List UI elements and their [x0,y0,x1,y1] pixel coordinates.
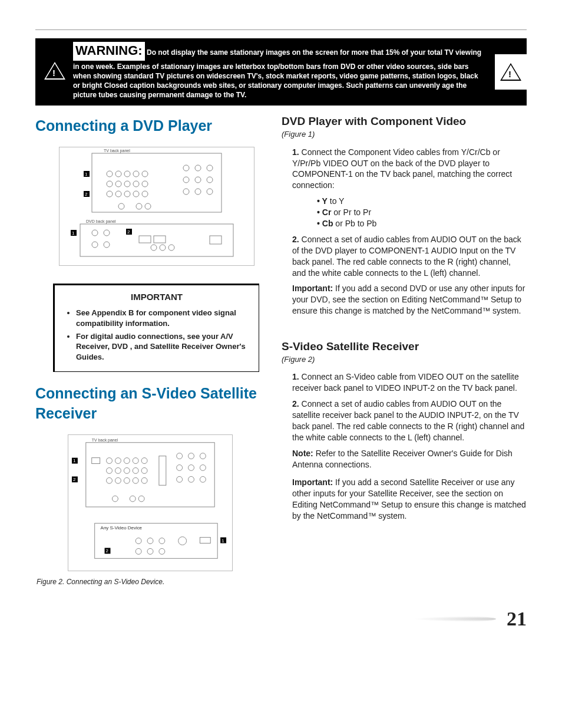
svg-point-73 [200,476,206,482]
svg-point-74 [112,496,118,502]
svg-point-80 [159,538,165,543]
left-column: Connecting a DVD Player TV back panel DV… [35,111,265,594]
svg-point-72 [189,476,194,482]
fig1-bottom-label: DVD back panel [86,219,116,224]
svg-point-56 [124,467,130,473]
svg-point-15 [142,191,148,197]
svg-point-58 [141,467,147,473]
svg-rect-38 [210,236,222,244]
svg-rect-34 [154,236,166,243]
svg-point-53 [141,457,147,463]
svg-point-16 [183,165,189,171]
heading-dvd-component: DVD Player with Component Video [282,114,527,129]
svg-point-63 [141,477,147,483]
warning-text: WARNING: Do not display the same station… [68,42,491,100]
svg-text:2: 2 [127,229,130,235]
svg-rect-0 [92,153,222,212]
svg-point-49 [107,457,113,463]
svg-point-5 [142,171,148,177]
svg-point-2 [115,171,121,177]
content-columns: Connecting a DVD Player TV back panel DV… [35,111,527,594]
svg-point-21 [207,177,213,183]
svg-point-57 [133,467,138,473]
svg-point-27 [145,203,151,209]
step-2: 2. Connect a set of audio cables from AU… [292,398,527,443]
fig1-top-label: TV back panel [104,149,130,153]
heading-svideo-sat: S-Video Satellite Receiver [282,339,527,354]
svg-point-12 [115,191,121,197]
svg-point-19 [183,177,189,183]
svg-rect-28 [80,224,233,256]
fig2-top-label: TV back panel [92,437,118,442]
diagram-svg: TV back panel Any S-Video Device [68,435,232,571]
svg-point-13 [124,191,130,197]
svg-point-59 [107,477,113,483]
svg-point-3 [124,171,130,177]
step-1: 1. Connect an S-Video cable from VIDEO O… [292,371,527,394]
svg-point-7 [115,181,121,187]
svg-point-10 [142,181,148,187]
svg-point-55 [115,467,121,473]
svg-point-22 [183,189,189,195]
important-title: IMPORTANT [64,291,249,303]
svg-point-30 [104,230,110,236]
svg-point-81 [135,548,141,554]
svg-point-18 [207,165,213,171]
svg-point-82 [147,548,153,554]
svg-point-52 [133,457,138,463]
note-label: Note: [292,449,313,458]
svg-text:1: 1 [85,172,88,177]
svg-point-23 [195,189,201,195]
svg-point-17 [195,165,201,171]
note: Note: Refer to the Satellite Receiver Ow… [292,448,527,470]
svg-rect-47 [86,442,214,506]
svg-text:2: 2 [106,548,109,554]
svg-point-31 [92,242,98,248]
figure-ref: (Figure 1) [282,129,527,140]
caution-icon: ! [500,63,521,81]
heading-connect-svideo: Connecting an S-Video Satellite Receiver [35,384,265,424]
step-num: 2. [292,235,299,244]
svg-point-14 [133,191,139,197]
important-box: IMPORTANT See Appendix B for component v… [53,284,259,372]
svg-point-66 [189,453,194,459]
important-note: Important: If you add a second Satellite… [292,477,527,522]
svg-rect-48 [92,457,100,463]
svg-point-83 [159,548,165,554]
svg-point-24 [207,189,213,195]
svg-point-32 [104,242,110,248]
step-1: 1. Connect the Component Video cables fr… [292,147,527,192]
svg-point-60 [115,477,121,483]
svg-point-76 [138,496,144,502]
step-text: Connect an S-Video cable from VIDEO OUT … [292,372,519,393]
important-note: Important: If you add a second DVD or us… [292,283,527,317]
svg-point-50 [115,457,121,463]
connection-list: Y to Y Cr or Pr to Pr Cb or Pb to Pb [317,196,527,229]
svg-text:1: 1 [73,458,76,463]
list-item: Cr or Pr to Pr [317,207,527,218]
right-column: DVD Player with Component Video (Figure … [282,111,527,594]
svg-text:1: 1 [72,230,75,236]
important-item: See Appendix B for component video signa… [76,308,249,328]
svg-point-75 [130,496,135,502]
svg-point-20 [195,177,201,183]
svg-point-69 [189,465,194,470]
step-num: 1. [292,372,299,381]
warning-icon-right-holder: ! [495,54,527,90]
svg-point-37 [168,245,174,251]
svg-point-51 [124,457,130,463]
step-text: Connect a set of audio cables from AUDIO… [292,399,524,442]
svg-point-79 [147,538,153,543]
figure-2-caption: Figure 2. Connecting an S-Video Device. [37,577,265,587]
svg-point-29 [92,230,98,236]
step-num: 2. [292,399,299,409]
svg-point-78 [135,538,141,543]
svg-point-70 [200,465,206,470]
svg-point-36 [160,245,166,251]
svg-text:2: 2 [85,192,88,197]
svg-rect-33 [139,236,151,243]
caution-icon: ! [44,62,65,80]
svg-point-4 [133,171,139,177]
note-text: Refer to the Satellite Receiver Owner's … [292,449,513,469]
fig2-bottom-label: Any S-Video Device [101,525,143,530]
